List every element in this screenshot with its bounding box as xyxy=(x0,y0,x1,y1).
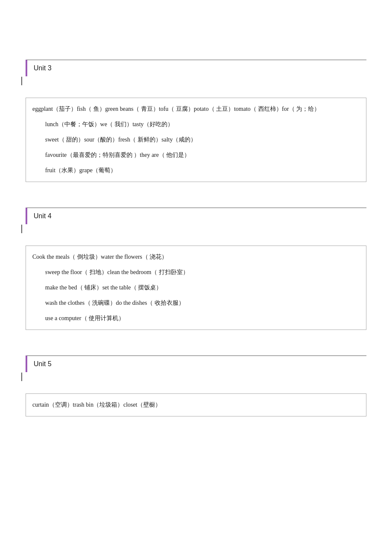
unit3-content-box: eggplant（茄子）fish（ 鱼）green beans（ 青豆）tofu… xyxy=(26,98,366,182)
unit3-line-3: favourite（最喜爱的；特别喜爱的 ）they are（ 他们是） xyxy=(32,149,360,161)
unit5-line-0: curtain（空调）trash bin（垃圾箱）closet（壁橱） xyxy=(32,399,360,411)
top-spacer xyxy=(26,9,366,60)
unit3-header: Unit 3 xyxy=(26,60,366,76)
unit5-side-mark xyxy=(21,373,22,381)
unit5-content-box: curtain（空调）trash bin（垃圾箱）closet（壁橱） xyxy=(26,393,366,416)
unit4-section: Unit 4 Cook the meals（ 倒垃圾）water the flo… xyxy=(26,208,366,330)
unit3-line-4: fruit（水果）grape（葡萄） xyxy=(32,165,360,176)
unit5-header: Unit 5 xyxy=(26,356,366,372)
unit5-spacer xyxy=(26,376,366,385)
unit4-content-box: Cook the meals（ 倒垃圾）water the flowers（ 浇… xyxy=(26,246,366,330)
page-container: Unit 3 eggplant（茄子）fish（ 鱼）green beans（ … xyxy=(0,9,392,416)
spacer-between-3-4 xyxy=(26,195,366,208)
unit3-line-1: lunch（中餐；午饭）we（ 我们）tasty（好吃的） xyxy=(32,119,360,130)
unit3-line-0: eggplant（茄子）fish（ 鱼）green beans（ 青豆）tofu… xyxy=(32,103,360,115)
unit5-title: Unit 5 xyxy=(34,360,52,367)
unit4-spacer2 xyxy=(26,237,366,246)
unit4-line-3: wash the clothes（ 洗碗碟）do the dishes（ 收拾衣… xyxy=(32,297,360,309)
unit4-side-mark xyxy=(21,225,22,233)
unit4-line-1: sweep the floor（ 扫地）clean the bedroom（ 打… xyxy=(32,266,360,278)
unit5-section: Unit 5 curtain（空调）trash bin（垃圾箱）closet（壁… xyxy=(26,356,366,416)
unit3-line-2: sweet（ 甜的）sour（酸的）fresh（ 新鲜的）salty（咸的） xyxy=(32,134,360,146)
unit5-spacer2 xyxy=(26,385,366,393)
unit4-title: Unit 4 xyxy=(34,212,52,220)
unit4-spacer xyxy=(26,228,366,237)
unit3-spacer xyxy=(26,81,366,89)
unit4-line-2: make the bed（ 铺床）set the table（ 摆饭桌） xyxy=(32,282,360,294)
unit3-title: Unit 3 xyxy=(34,64,52,72)
unit3-side-mark xyxy=(21,77,22,85)
unit3-section: Unit 3 eggplant（茄子）fish（ 鱼）green beans（ … xyxy=(26,60,366,182)
unit4-header: Unit 4 xyxy=(26,208,366,224)
unit4-line-4: use a computer（ 使用计算机） xyxy=(32,312,360,324)
unit3-spacer2 xyxy=(26,89,366,98)
unit4-line-0: Cook the meals（ 倒垃圾）water the flowers（ 浇… xyxy=(32,251,360,263)
spacer-between-4-5 xyxy=(26,343,366,356)
